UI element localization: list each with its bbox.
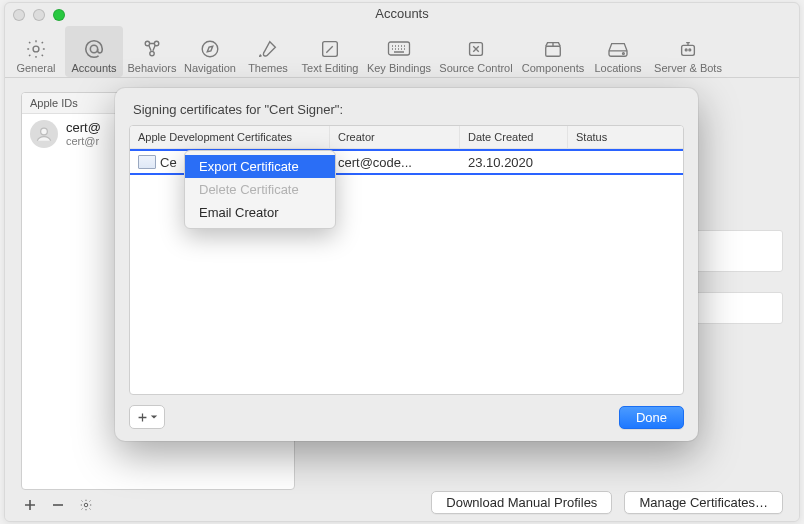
- zoom-window-button[interactable]: [53, 9, 65, 21]
- certificate-icon: [138, 155, 156, 169]
- col-header-creator[interactable]: Creator: [330, 126, 460, 148]
- tab-themes[interactable]: Themes: [239, 26, 297, 77]
- tab-general[interactable]: General: [7, 26, 65, 77]
- at-sign-icon: [83, 36, 105, 62]
- tab-label: Themes: [248, 62, 288, 74]
- tab-key-bindings[interactable]: Key Bindings: [363, 26, 435, 77]
- svg-point-1: [90, 45, 97, 52]
- tab-label: Server & Bots: [654, 62, 722, 74]
- tab-label: Source Control: [439, 62, 512, 74]
- svg-point-2: [145, 41, 149, 45]
- tab-source-control[interactable]: Source Control: [435, 26, 517, 77]
- cert-date-cell: 23.10.2020: [460, 155, 568, 170]
- left-footer: [21, 490, 295, 514]
- menu-email-creator[interactable]: Email Creator: [185, 201, 335, 224]
- tab-navigation[interactable]: Navigation: [181, 26, 239, 77]
- svg-point-14: [41, 128, 48, 135]
- sheet-footer: Done: [129, 395, 684, 429]
- close-window-button[interactable]: [13, 9, 25, 21]
- tab-label: Navigation: [184, 62, 236, 74]
- avatar: [30, 120, 58, 148]
- chevron-down-icon: [150, 413, 158, 421]
- svg-point-13: [689, 49, 691, 51]
- behaviors-icon: [141, 36, 163, 62]
- svg-point-5: [202, 41, 218, 57]
- add-account-button[interactable]: [21, 496, 39, 514]
- source-control-icon: [465, 36, 487, 62]
- done-button[interactable]: Done: [619, 406, 684, 429]
- compass-icon: [199, 36, 221, 62]
- tab-label: Accounts: [71, 62, 116, 74]
- col-header-date[interactable]: Date Created: [460, 126, 568, 148]
- svg-point-0: [33, 46, 39, 52]
- account-text: cert@ cert@r: [66, 121, 101, 147]
- manage-certificates-button[interactable]: Manage Certificates…: [624, 491, 783, 514]
- certificates-table-header: Apple Development Certificates Creator D…: [130, 126, 683, 149]
- window-title: Accounts: [5, 6, 799, 21]
- add-certificate-menu-button[interactable]: [129, 405, 165, 429]
- tab-accounts[interactable]: Accounts: [65, 26, 123, 77]
- tab-behaviors[interactable]: Behaviors: [123, 26, 181, 77]
- tab-server-bots[interactable]: Server & Bots: [647, 26, 729, 77]
- certificate-context-menu: Export Certificate Delete Certificate Em…: [184, 150, 336, 229]
- cert-creator-cell: cert@code...: [330, 155, 460, 170]
- remove-account-button[interactable]: [49, 496, 67, 514]
- right-buttons: Download Manual Profiles Manage Certific…: [431, 491, 783, 514]
- svg-point-10: [623, 53, 625, 55]
- svg-point-12: [685, 49, 687, 51]
- sheet-title: Signing certificates for "Cert Signer":: [129, 102, 684, 117]
- tab-label: General: [16, 62, 55, 74]
- keyboard-icon: [387, 36, 411, 62]
- tab-locations[interactable]: Locations: [589, 26, 647, 77]
- traffic-lights: [13, 9, 65, 21]
- tab-text-editing[interactable]: Text Editing: [297, 26, 363, 77]
- tab-label: Key Bindings: [367, 62, 431, 74]
- titlebar: Accounts: [5, 3, 799, 25]
- svg-point-3: [154, 41, 158, 45]
- cert-name-text: Ce: [160, 155, 177, 170]
- account-line2: cert@r: [66, 135, 101, 147]
- tab-components[interactable]: Components: [517, 26, 589, 77]
- minimize-window-button[interactable]: [33, 9, 45, 21]
- menu-delete-certificate: Delete Certificate: [185, 178, 335, 201]
- menu-export-certificate[interactable]: Export Certificate: [185, 155, 335, 178]
- svg-rect-9: [546, 46, 561, 56]
- edit-icon: [319, 36, 341, 62]
- tab-label: Components: [522, 62, 584, 74]
- svg-point-15: [84, 503, 88, 507]
- brush-icon: [257, 36, 279, 62]
- download-profiles-button[interactable]: Download Manual Profiles: [431, 491, 612, 514]
- drive-icon: [607, 36, 629, 62]
- tab-label: Behaviors: [128, 62, 177, 74]
- gear-icon: [25, 36, 47, 62]
- col-header-name[interactable]: Apple Development Certificates: [130, 126, 330, 148]
- account-settings-button[interactable]: [77, 496, 95, 514]
- preferences-toolbar: General Accounts Behaviors: [5, 25, 799, 78]
- account-line1: cert@: [66, 121, 101, 135]
- svg-rect-11: [682, 45, 695, 55]
- col-header-status[interactable]: Status: [568, 126, 683, 148]
- signing-certificates-sheet: Signing certificates for "Cert Signer": …: [115, 88, 698, 441]
- tab-label: Locations: [594, 62, 641, 74]
- svg-point-4: [150, 51, 154, 55]
- box-icon: [542, 36, 564, 62]
- tab-label: Text Editing: [302, 62, 359, 74]
- robot-icon: [677, 36, 699, 62]
